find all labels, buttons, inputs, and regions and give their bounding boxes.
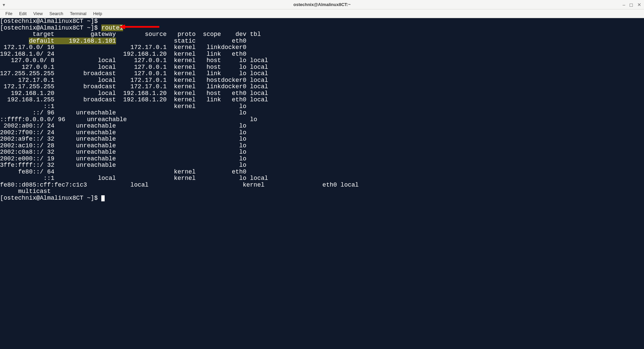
route-row: default 192.168.1.101 static eth0: [0, 38, 644, 45]
route-row: 2002:7f00::/ 24 unreachable lo: [0, 130, 644, 136]
window-titlebar: ▾ ostechnix@Almalinux8CT:~ – ◻ ✕: [0, 0, 644, 9]
route-row: 2002:a00::/ 24 unreachable lo: [0, 123, 644, 130]
route-row: 192.168.1.20 local 192.168.1.20 kernel h…: [0, 90, 644, 97]
cursor: [101, 195, 105, 201]
command-text: routel: [101, 24, 123, 31]
route-row: 172.17.0.0/ 16 172.17.0.1 kernel linkdoc…: [0, 44, 644, 51]
route-row: 192.168.1.0/ 24 192.168.1.20 kernel link…: [0, 51, 644, 58]
route-row-wrap1: fe80::d085:cff:fec7:c1c3 local kernel et…: [0, 182, 644, 189]
menu-file[interactable]: File: [2, 10, 16, 17]
window-title: ostechnix@Almalinux8CT:~: [293, 2, 351, 7]
route-row: ::/ 96 unreachable lo: [0, 110, 644, 116]
route-row: 192.168.1.255 broadcast 192.168.1.20 ker…: [0, 97, 644, 103]
route-row: 172.17.255.255 broadcast 172.17.0.1 kern…: [0, 84, 644, 90]
maximize-button[interactable]: ◻: [629, 2, 633, 7]
menu-terminal[interactable]: Terminal: [67, 10, 90, 17]
route-row: 127.0.0.1 local 127.0.0.1 kernel host lo…: [0, 64, 644, 71]
titlebar-menu-icon[interactable]: ▾: [3, 2, 5, 7]
route-row: 3ffe:ffff::/ 32 unreachable lo: [0, 162, 644, 169]
route-row: 2002:c0a8::/ 32 unreachable lo: [0, 149, 644, 156]
prompt-line: [ostechnix@Almalinux8CT ~]$: [0, 195, 644, 202]
close-button[interactable]: ✕: [637, 2, 641, 7]
route-row: ::1 kernel lo: [0, 103, 644, 110]
command-line: [ostechnix@Almalinux8CT ~]$ routel: [0, 25, 644, 32]
menu-search[interactable]: Search: [46, 10, 66, 17]
route-row: 2002:ac10::/ 28 unreachable lo: [0, 143, 644, 149]
menubar: File Edit View Search Terminal Help: [0, 9, 644, 18]
menu-view[interactable]: View: [30, 10, 46, 17]
terminal-output[interactable]: [ostechnix@Almalinux8CT ~]$ [ostechnix@A…: [0, 18, 644, 349]
route-row: 2002:e000::/ 19 unreachable lo: [0, 156, 644, 162]
route-row: ::ffff:0.0.0.0/ 96 unreachable lo: [0, 116, 644, 123]
minimize-button[interactable]: –: [623, 2, 625, 7]
route-row: ::1 local kernel lo local: [0, 175, 644, 182]
route-row: 2002:a9fe::/ 32 unreachable lo: [0, 136, 644, 143]
route-row: 172.17.0.1 local 172.17.0.1 kernel hostd…: [0, 77, 644, 84]
route-row: fe80::/ 64 kernel eth0: [0, 169, 644, 176]
route-row: 127.0.0.0/ 8 local 127.0.0.1 kernel host…: [0, 57, 644, 64]
menu-edit[interactable]: Edit: [16, 10, 30, 17]
route-header: target gateway source proto scope dev tb…: [0, 31, 644, 38]
prompt-line: [ostechnix@Almalinux8CT ~]$: [0, 18, 644, 25]
route-row: 127.255.255.255 broadcast 127.0.0.1 kern…: [0, 70, 644, 77]
menu-help[interactable]: Help: [90, 10, 106, 17]
route-row-wrap2: multicast: [0, 188, 644, 195]
